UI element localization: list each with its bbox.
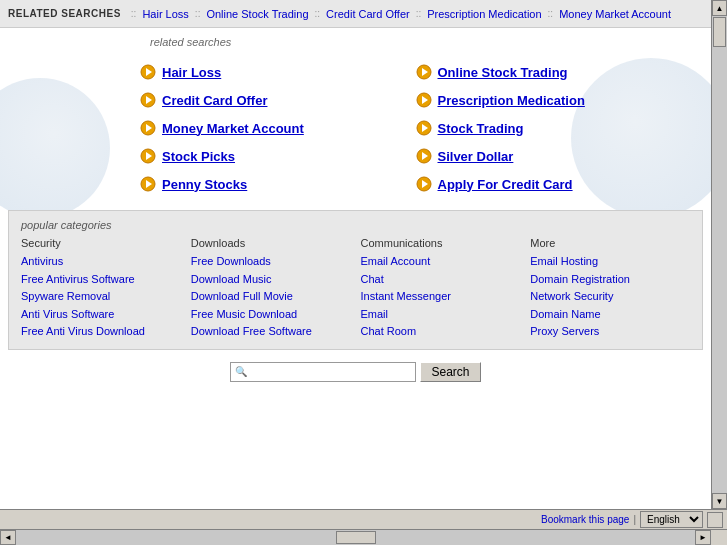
bottom-search-bar: 🔍 Search [0, 354, 711, 390]
search-item-hair-loss: Hair Loss [130, 58, 406, 86]
arrow-icon-credit-card-offer [140, 92, 156, 108]
cat-link-antivirus[interactable]: Antivirus [21, 253, 181, 271]
cat-link-email[interactable]: Email [361, 306, 521, 324]
popular-categories-section: popular categories Security Antivirus Fr… [8, 210, 703, 350]
search-grid: Hair Loss Credit Card Offer [130, 58, 681, 198]
search-item-credit-card-offer: Credit Card Offer [130, 86, 406, 114]
search-link-online-stock[interactable]: Online Stock Trading [438, 65, 568, 80]
search-link-hair-loss[interactable]: Hair Loss [162, 65, 221, 80]
bookmark-link[interactable]: Bookmark this page [541, 514, 629, 525]
category-col-downloads: Downloads Free Downloads Download Music … [191, 237, 351, 341]
cat-link-network-security[interactable]: Network Security [530, 288, 690, 306]
search-item-apply-credit: Apply For Credit Card [406, 170, 682, 198]
searches-section-title: related searches [150, 36, 681, 48]
search-item-penny-stocks: Penny Stocks [130, 170, 406, 198]
cat-link-free-antivirus[interactable]: Free Antivirus Software [21, 271, 181, 289]
categories-grid: Security Antivirus Free Antivirus Softwa… [21, 237, 690, 341]
scroll-thumb[interactable] [713, 17, 726, 47]
search-item-prescription: Prescription Medication [406, 86, 682, 114]
category-col-more: More Email Hosting Domain Registration N… [530, 237, 690, 341]
search-link-silver-dollar[interactable]: Silver Dollar [438, 149, 514, 164]
scroll-track [712, 16, 727, 493]
cat-link-domain-registration[interactable]: Domain Registration [530, 271, 690, 289]
cat-link-anti-virus-software[interactable]: Anti Virus Software [21, 306, 181, 324]
search-item-money-market: Money Market Account [130, 114, 406, 142]
related-link-hair-loss[interactable]: Hair Loss [142, 8, 188, 20]
search-item-online-stock: Online Stock Trading [406, 58, 682, 86]
h-scroll-left-button[interactable]: ◄ [0, 530, 16, 545]
search-col-left: Hair Loss Credit Card Offer [130, 58, 406, 198]
scroll-down-button[interactable]: ▼ [712, 493, 727, 509]
search-link-apply-credit[interactable]: Apply For Credit Card [438, 177, 573, 192]
h-scroll-track [16, 530, 695, 545]
cat-link-domain-name[interactable]: Domain Name [530, 306, 690, 324]
cat-link-free-anti-virus-download[interactable]: Free Anti Virus Download [21, 323, 181, 341]
search-link-credit-card-offer[interactable]: Credit Card Offer [162, 93, 267, 108]
searches-section: related searches Hair Loss [0, 28, 711, 206]
cat-link-download-free-software[interactable]: Download Free Software [191, 323, 351, 341]
related-link-credit-card-offer[interactable]: Credit Card Offer [326, 8, 410, 20]
search-item-silver-dollar: Silver Dollar [406, 142, 682, 170]
cat-link-chat[interactable]: Chat [361, 271, 521, 289]
cat-link-free-downloads[interactable]: Free Downloads [191, 253, 351, 271]
arrow-icon-stock-trading [416, 120, 432, 136]
related-link-prescription[interactable]: Prescription Medication [427, 8, 541, 20]
category-header-security: Security [21, 237, 181, 249]
cat-link-chat-room[interactable]: Chat Room [361, 323, 521, 341]
search-input[interactable] [251, 365, 411, 379]
cat-link-email-account[interactable]: Email Account [361, 253, 521, 271]
cat-link-free-music-download[interactable]: Free Music Download [191, 306, 351, 324]
arrow-icon-silver-dollar [416, 148, 432, 164]
arrow-icon-penny-stocks [140, 176, 156, 192]
search-input-wrapper: 🔍 [230, 362, 416, 382]
category-header-downloads: Downloads [191, 237, 351, 249]
related-link-online-stock[interactable]: Online Stock Trading [206, 8, 308, 20]
search-link-money-market[interactable]: Money Market Account [162, 121, 304, 136]
scroll-up-button[interactable]: ▲ [712, 0, 727, 16]
category-col-security: Security Antivirus Free Antivirus Softwa… [21, 237, 181, 341]
popular-categories-title: popular categories [21, 219, 690, 231]
language-select[interactable]: English Spanish French [640, 511, 703, 528]
status-bar: Bookmark this page | English Spanish Fre… [0, 509, 727, 529]
arrow-icon-money-market [140, 120, 156, 136]
h-scroll-thumb[interactable] [336, 531, 376, 544]
cat-link-instant-messenger[interactable]: Instant Messenger [361, 288, 521, 306]
h-scroll-corner [711, 530, 727, 545]
cat-link-download-full-movie[interactable]: Download Full Movie [191, 288, 351, 306]
search-link-prescription[interactable]: Prescription Medication [438, 93, 585, 108]
search-link-stock-trading[interactable]: Stock Trading [438, 121, 524, 136]
arrow-icon-stock-picks [140, 148, 156, 164]
h-scroll-right-button[interactable]: ► [695, 530, 711, 545]
h-scrollbar: ◄ ► [0, 529, 727, 545]
category-header-communications: Communications [361, 237, 521, 249]
related-searches-label: RELATED SEARCHES [8, 8, 121, 19]
search-item-stock-picks: Stock Picks [130, 142, 406, 170]
search-link-penny-stocks[interactable]: Penny Stocks [162, 177, 247, 192]
arrow-icon-online-stock [416, 64, 432, 80]
arrow-icon-prescription [416, 92, 432, 108]
search-button[interactable]: Search [420, 362, 480, 382]
search-item-stock-trading: Stock Trading [406, 114, 682, 142]
cat-link-proxy-servers[interactable]: Proxy Servers [530, 323, 690, 341]
related-searches-bar: RELATED SEARCHES :: Hair Loss :: Online … [0, 0, 711, 28]
search-icon: 🔍 [235, 366, 247, 377]
arrow-icon-hair-loss [140, 64, 156, 80]
cat-link-spyware[interactable]: Spyware Removal [21, 288, 181, 306]
search-link-stock-picks[interactable]: Stock Picks [162, 149, 235, 164]
cat-link-download-music[interactable]: Download Music [191, 271, 351, 289]
related-link-money-market[interactable]: Money Market Account [559, 8, 671, 20]
arrow-icon-apply-credit [416, 176, 432, 192]
category-col-communications: Communications Email Account Chat Instan… [361, 237, 521, 341]
corner-button[interactable] [707, 512, 723, 528]
search-col-right: Online Stock Trading Prescription Medica… [406, 58, 682, 198]
right-scrollbar: ▲ ▼ [711, 0, 727, 509]
cat-link-email-hosting[interactable]: Email Hosting [530, 253, 690, 271]
category-header-more: More [530, 237, 690, 249]
